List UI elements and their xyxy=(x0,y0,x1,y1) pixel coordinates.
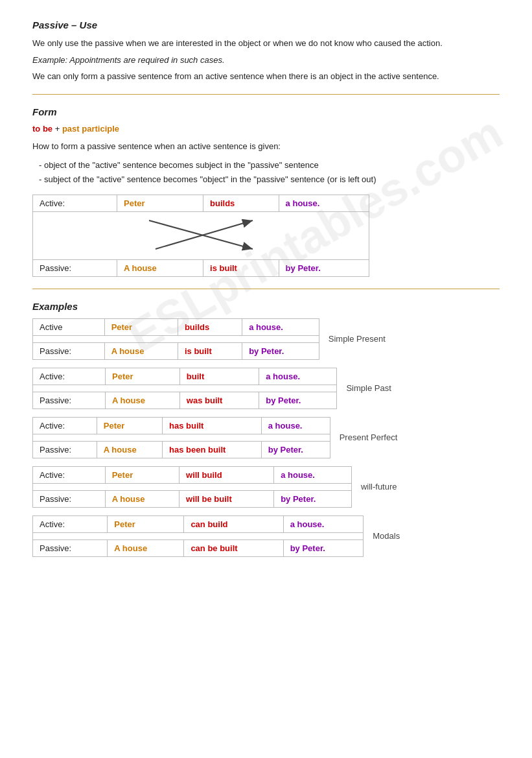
section1-para1: We only use the passive when we are inte… xyxy=(32,37,500,50)
ex3-passive-subject: A house xyxy=(97,441,162,458)
ex1-active-object: a house. xyxy=(242,318,319,335)
ex3-active-label: Active: xyxy=(33,417,97,434)
section2-title: Form xyxy=(32,106,500,117)
ex3-active-subject: Peter xyxy=(97,417,162,434)
ex1-passive-agent: by Peter. xyxy=(242,342,319,359)
ex2-active-label: Active: xyxy=(33,368,106,385)
divider1 xyxy=(32,94,500,95)
examples-table-1: Active Peter builds a house. Simple Pres… xyxy=(32,318,434,360)
ex2-active-row: Active: Peter built a house. Simple Past xyxy=(33,368,435,385)
ex4-active-verb: will build xyxy=(179,466,274,483)
ex2-passive-agent: by Peter. xyxy=(259,392,337,409)
to-be-text: to be xyxy=(32,124,52,134)
passive-label: Passive: xyxy=(33,259,117,276)
examples-table-3: Active: Peter has built a house. Present… xyxy=(32,417,434,458)
to-be-line: to be + past participle xyxy=(32,124,500,134)
active-subject: Peter xyxy=(117,195,203,211)
ex4-passive-subject: A house xyxy=(105,490,179,507)
ex4-active-object: a house. xyxy=(274,466,352,483)
ex2-active-verb: built xyxy=(179,368,259,385)
examples-table-4: Active: Peter will build a house. will-f… xyxy=(32,466,434,508)
ex1-active-subject: Peter xyxy=(104,318,178,335)
ex1-tense: Simple Present xyxy=(319,318,434,359)
passive-verb: is built xyxy=(203,259,279,276)
ex4-passive-verb: will be built xyxy=(179,490,274,507)
ex2-active-object: a house. xyxy=(259,368,337,385)
how-to-text: How to form a passive sentence when an a… xyxy=(32,140,500,153)
passive-row: Passive: A house is built by Peter. xyxy=(33,259,369,276)
past-participle-text: past participle xyxy=(62,124,119,134)
bullet-list: - object of the "active" sentence become… xyxy=(39,158,500,187)
ex4-passive-label: Passive: xyxy=(33,490,106,507)
active-verb: builds xyxy=(203,195,279,211)
arrow-svg xyxy=(97,215,305,254)
ex4-active-subject: Peter xyxy=(105,466,179,483)
ex4-passive-agent: by Peter. xyxy=(274,490,352,507)
ex5-active-subject: Peter xyxy=(108,515,184,532)
ex3-active-verb: has built xyxy=(163,417,262,434)
active-label: Active: xyxy=(33,195,117,211)
example-text: Appointments are required in such cases. xyxy=(67,55,224,65)
transform-table: Active: Peter builds a house. xyxy=(32,195,369,277)
ex5-passive-agent: by Peter. xyxy=(283,539,364,556)
ex1-active-label: Active xyxy=(33,318,105,335)
section-form: Form to be + past participle How to form… xyxy=(32,106,500,277)
divider2 xyxy=(32,289,500,289)
ex1-passive-label: Passive: xyxy=(33,342,105,359)
section-examples: Examples Active Peter builds a house. Si… xyxy=(32,301,500,557)
arrow-row xyxy=(33,211,369,259)
examples-table-5: Active: Peter can build a house. Modals … xyxy=(32,515,434,557)
passive-subject: A house xyxy=(117,259,203,276)
ex5-passive-subject: A house xyxy=(108,539,184,556)
active-row: Active: Peter builds a house. xyxy=(33,195,369,211)
ex1-passive-subject: A house xyxy=(104,342,178,359)
section3-title: Examples xyxy=(32,301,500,312)
active-object: a house. xyxy=(279,195,369,211)
example-label: Example: xyxy=(32,55,67,65)
bullet2: - subject of the "active" sentence becom… xyxy=(39,172,500,187)
ex5-active-verb: can build xyxy=(184,515,283,532)
arrow-cell xyxy=(33,211,369,259)
ex2-tense: Simple Past xyxy=(337,368,434,409)
passive-agent: by Peter. xyxy=(279,259,369,276)
bullet1: - object of the "active" sentence become… xyxy=(39,158,500,172)
ex5-active-object: a house. xyxy=(283,515,364,532)
examples-table-2: Active: Peter built a house. Simple Past… xyxy=(32,368,434,409)
ex2-passive-verb: was built xyxy=(179,392,259,409)
plus-sign: + xyxy=(52,124,62,134)
ex5-active-label: Active: xyxy=(33,515,108,532)
ex2-active-subject: Peter xyxy=(106,368,180,385)
ex2-passive-label: Passive: xyxy=(33,392,106,409)
ex1-passive-verb: is built xyxy=(178,342,242,359)
section1-para2: We can only form a passive sentence from… xyxy=(32,70,500,83)
ex3-tense: Present Perfect xyxy=(330,417,434,458)
ex3-passive-verb: has been built xyxy=(163,441,262,458)
section-passive-use: Passive – Use We only use the passive wh… xyxy=(32,19,500,82)
ex2-passive-subject: A house xyxy=(106,392,180,409)
ex4-active-label: Active: xyxy=(33,466,106,483)
ex5-tense: Modals xyxy=(364,515,434,556)
ex1-active-row: Active Peter builds a house. Simple Pres… xyxy=(33,318,435,335)
ex1-active-verb: builds xyxy=(178,318,242,335)
ex5-active-row: Active: Peter can build a house. Modals xyxy=(33,515,435,532)
ex3-passive-label: Passive: xyxy=(33,441,97,458)
ex3-active-row: Active: Peter has built a house. Present… xyxy=(33,417,435,434)
section1-title: Passive – Use xyxy=(32,19,500,30)
ex3-active-object: a house. xyxy=(261,417,330,434)
ex5-passive-label: Passive: xyxy=(33,539,108,556)
ex5-passive-verb: can be built xyxy=(184,539,283,556)
ex3-passive-agent: by Peter. xyxy=(261,441,330,458)
section1-example: Example: Appointments are required in su… xyxy=(32,55,500,65)
ex4-active-row: Active: Peter will build a house. will-f… xyxy=(33,466,435,483)
ex4-tense: will-future xyxy=(351,466,434,507)
